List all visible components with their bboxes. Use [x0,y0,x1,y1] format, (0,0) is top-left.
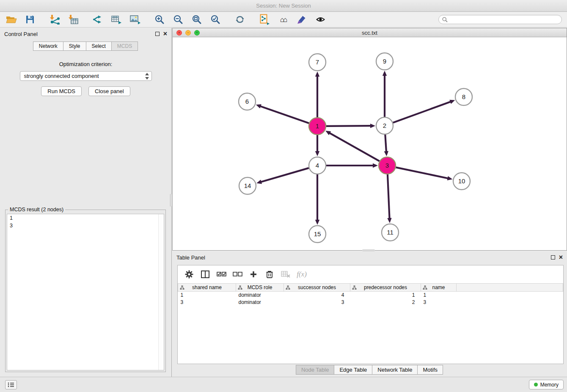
criterion-select[interactable]: strongly connected component [20,71,152,81]
import-table-button[interactable] [67,14,80,25]
zoom-selected-button[interactable] [209,14,222,25]
close-table-panel-icon[interactable]: × [559,255,563,259]
mcds-result-item[interactable]: 1 [7,214,164,222]
table-row[interactable]: 3dominator323 [178,299,563,306]
close-panel-icon[interactable]: × [163,32,167,36]
graph-edge-arrowhead [449,100,455,104]
graph-node-2[interactable]: 2 [376,117,393,134]
export-table-button[interactable] [110,14,123,25]
graph-node-11[interactable]: 11 [382,224,399,241]
zoom-in-button[interactable] [153,14,166,25]
tab-network[interactable]: Network [33,41,63,51]
graph-edge-arrowhead [373,163,378,168]
network-window-titlebar[interactable]: × − + scc.txt [173,28,567,37]
control-panel-tabs: NetworkStyleSelectMCDS [0,41,171,51]
eye-icon [316,15,325,24]
network-canvas[interactable]: 7968124314101511 [173,37,567,250]
svg-text:1: 1 [316,122,319,130]
graph-node-4[interactable]: 4 [309,157,326,174]
float-table-panel-button[interactable] [551,255,555,259]
svg-text:4: 4 [316,162,319,169]
export-network-button[interactable] [91,14,104,25]
column-header-successor-nodes[interactable]: successor nodes [284,284,350,292]
svg-text:2: 2 [383,122,386,129]
graph-edge-1-6[interactable] [260,106,309,123]
run-mcds-button[interactable]: Run MCDS [41,86,82,96]
zoom-fit-button[interactable] [190,14,203,25]
result-scrollbar[interactable] [158,214,164,370]
close-panel-button[interactable]: Close panel [88,86,130,96]
graph-node-10[interactable]: 10 [453,173,470,190]
open-session-button[interactable] [5,14,18,25]
zoom-fit-icon [192,14,202,25]
task-history-button[interactable] [5,380,17,389]
tab-mcds[interactable]: MCDS [111,41,138,51]
memory-button[interactable]: Memory [529,380,564,389]
show-hide-button[interactable] [314,14,327,25]
import-network-url-button[interactable] [258,14,271,25]
window-zoom-button[interactable]: + [194,30,200,36]
delete-column-button[interactable] [264,269,275,279]
fx-icon: f(x) [297,270,307,279]
apply-layout-button[interactable] [234,14,246,25]
graph-edge-2-8[interactable] [393,102,451,123]
tab-select[interactable]: Select [86,41,112,51]
graph-edge-2-3[interactable] [385,135,386,152]
mcds-result-item[interactable]: 3 [7,222,164,229]
open-folder-icon [6,15,17,24]
graph-edge-arrowhead [384,151,388,156]
create-column-button[interactable] [248,269,259,279]
window-minimize-button[interactable]: − [185,30,191,36]
graph-edge-arrowhead [383,71,387,76]
export-image-button[interactable] [129,14,141,25]
table-toolbar: f(x) [178,265,563,283]
tab-network-table[interactable]: Network Table [372,365,418,375]
tab-edge-table[interactable]: Edge Table [334,365,372,375]
mcds-result-list[interactable]: 13 [7,214,164,370]
mcds-result-fieldset: MCDS result (2 nodes) 13 [5,210,166,372]
graph-node-6[interactable]: 6 [239,93,256,110]
table-panel-header: Table Panel × [172,251,567,263]
table-panel-tabs: Node TableEdge TableNetwork TableMotifs [172,365,567,375]
column-header-predecessor-nodes[interactable]: predecessor nodes [350,284,421,292]
select-all-columns-button[interactable] [216,269,226,279]
search-input[interactable] [450,17,558,22]
graph-edge-3-1[interactable] [330,133,380,161]
graph-node-9[interactable]: 9 [376,53,393,70]
svg-text:15: 15 [314,230,321,237]
column-header-shared-name[interactable]: shared name [178,284,236,292]
window-close-button[interactable]: × [176,30,182,36]
save-session-button[interactable] [24,14,36,25]
tab-node-table[interactable]: Node Table [296,365,335,375]
show-columns-button[interactable] [200,269,210,279]
table-settings-button[interactable] [184,269,194,279]
tab-style[interactable]: Style [63,41,86,51]
column-header-MCDS-role[interactable]: MCDS role [236,284,284,292]
deselect-all-columns-button[interactable] [232,269,242,279]
graph-edge-1-2[interactable] [326,126,371,126]
graph-node-8[interactable]: 8 [455,88,472,105]
home-button[interactable]: ⌂⌂ [277,14,289,25]
graph-node-14[interactable]: 14 [239,177,256,194]
zoom-out-button[interactable] [172,14,184,25]
graph-node-7[interactable]: 7 [309,54,326,71]
search-box[interactable] [438,15,562,24]
node-table-card: f(x) shared nameMCDS rolesuccessor nodes… [177,265,564,364]
vertical-splitter-handle[interactable] [170,194,172,207]
table-row[interactable]: 1dominator411 [178,292,563,299]
node-table: shared nameMCDS rolesuccessor nodesprede… [178,283,563,306]
apply-style-button[interactable] [295,14,308,25]
svg-text:10: 10 [458,177,465,185]
import-network-button[interactable] [48,14,61,25]
column-header-name[interactable]: name [421,284,457,292]
tab-motifs[interactable]: Motifs [417,365,443,375]
graph-edge-3-11[interactable] [388,174,390,218]
float-panel-button[interactable] [155,32,160,36]
graph-edge-3-10[interactable] [396,167,448,178]
graph-node-1[interactable]: 1 [309,118,326,135]
graph-edge-4-14[interactable] [261,168,309,182]
graph-node-15[interactable]: 15 [309,226,326,243]
graph-node-3[interactable]: 3 [379,157,396,174]
sort-icon [423,285,427,290]
style-brush-icon [297,14,307,25]
